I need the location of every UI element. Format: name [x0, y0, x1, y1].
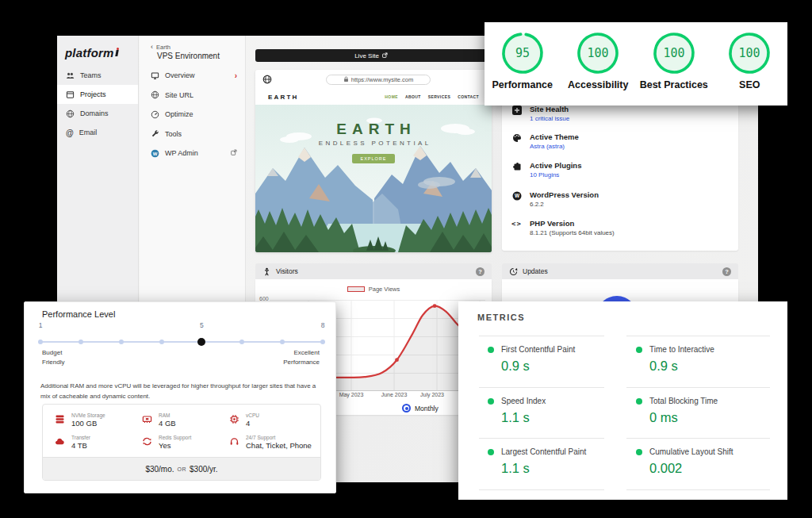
- env-item-optimize[interactable]: Optimize: [140, 105, 245, 125]
- gauge-value: 100: [663, 46, 684, 60]
- site-nav-contact[interactable]: CONTACT: [458, 94, 479, 99]
- site-header: EARTH HOME ABOUT SERVICES CONTACT: [255, 89, 492, 105]
- performance-level-title: Performance Level: [42, 309, 115, 319]
- environment-title: VPS Environment: [157, 52, 220, 60]
- slider-dot-7[interactable]: [280, 340, 285, 344]
- env-item-site-url[interactable]: Site URL: [140, 86, 245, 106]
- visitors-panel-title: Visitors: [276, 267, 298, 275]
- price-conjunction: OR: [178, 466, 187, 472]
- sidebar-item-projects[interactable]: Projects: [57, 85, 138, 104]
- globe-icon: [151, 90, 159, 99]
- slider-right-caption: Excellent Performance: [283, 348, 320, 367]
- svg-text:W: W: [514, 193, 519, 198]
- storage-icon: [54, 414, 65, 428]
- info-title: Active Plugins: [530, 161, 581, 170]
- slider-value-label: 5: [200, 321, 204, 329]
- metric-value: 1.1 s: [501, 410, 622, 425]
- lock-icon: [343, 76, 349, 82]
- active-theme-row: Active Theme Astra (astra): [511, 132, 579, 150]
- explore-button[interactable]: EXPLORE: [352, 154, 396, 163]
- info-title: WordPress Version: [530, 190, 599, 199]
- metric-speed-index: Speed Index 1.1 s: [488, 397, 622, 425]
- radio-label: Monthly: [415, 405, 439, 412]
- metric-status-dot: [488, 449, 494, 455]
- headset-icon: [228, 436, 239, 450]
- gauge-accessibility: 100 Accessibility: [561, 31, 637, 106]
- plan-specs-card: NVMe Storage100 GB RAM4 GB vCPU4 Transfe…: [42, 404, 321, 481]
- info-title: Active Theme: [530, 132, 579, 141]
- breadcrumb[interactable]: ‹ Earth: [151, 43, 170, 51]
- slider-dot-3[interactable]: [119, 340, 124, 344]
- hero-subtitle: ENDLESS POTENTIAL: [255, 140, 492, 147]
- help-icon[interactable]: ?: [476, 267, 485, 276]
- address-bar[interactable]: https://www.mysite.com: [326, 75, 431, 85]
- hero-text: EARTH ENDLESS POTENTIAL EXPLORE: [255, 121, 492, 163]
- lighthouse-scores-panel: 95 Performance 100 Accessibility 100 Bes…: [485, 22, 787, 106]
- wordpress-icon: W: [511, 191, 522, 201]
- sidebar-item-teams[interactable]: Teams: [57, 66, 138, 85]
- metric-value: 0 ms: [649, 410, 771, 425]
- metric-status-dot: [636, 398, 642, 405]
- hero-title: EARTH: [255, 121, 492, 138]
- teams-icon: [66, 71, 75, 80]
- environment-nav: Overview › Site URL Optimize Tools W: [140, 66, 245, 163]
- env-item-wp-admin[interactable]: W WP Admin: [140, 144, 245, 163]
- info-title: PHP Version: [530, 219, 615, 228]
- gauge-seo: 100 SEO: [712, 31, 788, 106]
- env-item-overview[interactable]: Overview ›: [140, 66, 245, 86]
- site-nav: HOME ABOUT SERVICES CONTACT: [385, 94, 479, 99]
- projects-icon: [66, 90, 75, 99]
- legend-label: Page Views: [369, 286, 400, 293]
- breadcrumb-label: Earth: [156, 44, 170, 51]
- slider-dot-8[interactable]: [320, 340, 325, 344]
- external-link-icon: [231, 149, 237, 157]
- screenshot-canvas: platform Teams Projects Domains @ Email: [0, 0, 812, 518]
- metric-value: 0.002: [649, 461, 771, 476]
- monthly-filter-radio[interactable]: Monthly: [402, 404, 439, 412]
- sidebar-item-domains[interactable]: Domains: [57, 104, 138, 123]
- visitor-person-icon: [262, 267, 271, 276]
- performance-slider[interactable]: [40, 337, 323, 347]
- gauge-label: Performance: [485, 79, 561, 90]
- metric-value: 1.1 s: [501, 461, 622, 476]
- code-brackets-icon: <>: [511, 220, 522, 228]
- slider-dot-2[interactable]: [79, 340, 83, 344]
- help-icon[interactable]: ?: [722, 267, 731, 276]
- slider-handle[interactable]: [197, 338, 205, 346]
- price-band: $30/mo. OR $300/yr.: [43, 457, 320, 480]
- spec-redis-support: Redis SupportYes: [141, 435, 191, 450]
- globe-icon: [66, 109, 75, 118]
- slider-dot-6[interactable]: [239, 340, 244, 344]
- x-tick-may: May 2023: [339, 392, 364, 397]
- site-health-link[interactable]: 1 critical issue: [530, 115, 569, 122]
- slider-dot-1[interactable]: [38, 340, 43, 344]
- x-tick-june: June 2023: [381, 392, 408, 397]
- php-version-row: <> PHP Version 8.1.21 (Supports 64bit va…: [511, 219, 615, 236]
- wordpress-version-row: W WordPress Version 6.2.2: [511, 190, 599, 208]
- sidebar-item-email[interactable]: @ Email: [57, 123, 138, 142]
- metrics-title: METRICS: [477, 313, 525, 322]
- ram-icon: [141, 414, 152, 428]
- env-item-tools[interactable]: Tools: [140, 125, 245, 144]
- active-theme-link[interactable]: Astra (astra): [530, 143, 579, 150]
- slider-dot-4[interactable]: [159, 340, 164, 344]
- site-nav-services[interactable]: SERVICES: [428, 94, 450, 99]
- site-nav-about[interactable]: ABOUT: [405, 94, 421, 99]
- metric-cumulative-layout-shift: Cumulative Layout Shift 0.002: [636, 447, 771, 476]
- wrench-icon: [151, 129, 159, 138]
- wordpress-icon: W: [151, 149, 159, 158]
- sidebar-item-label: Projects: [80, 90, 106, 98]
- performance-description: Additional RAM and more vCPU will be lev…: [40, 382, 326, 402]
- svg-text:W: W: [153, 151, 158, 155]
- update-history-icon: [509, 267, 518, 276]
- spec-247-support: 24/7 SupportChat, Ticket, Phone: [228, 435, 312, 450]
- gauge-label: SEO: [712, 79, 788, 90]
- live-site-button[interactable]: Live Site: [255, 49, 487, 62]
- active-plugins-link[interactable]: 10 Plugins: [530, 171, 581, 178]
- php-version-value: 8.1.21 (Supports 64bit values): [530, 229, 615, 236]
- radio-icon: [402, 404, 411, 412]
- site-nav-home[interactable]: HOME: [385, 94, 398, 99]
- site-health-row: Site Health 1 critical issue: [511, 105, 569, 122]
- logo-i-stick: [115, 50, 118, 56]
- spec-vcpu: vCPU4: [228, 412, 259, 428]
